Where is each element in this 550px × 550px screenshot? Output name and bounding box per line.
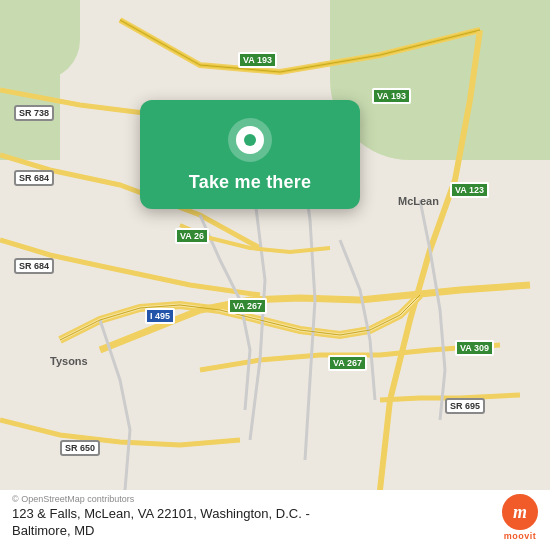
pin-inner-circle xyxy=(236,126,264,154)
shield-va267-1: VA 267 xyxy=(228,298,267,314)
address-text: 123 & Falls, McLean, VA 22101, Washingto… xyxy=(12,506,502,540)
copyright-text: © OpenStreetMap contributors xyxy=(12,494,502,504)
footer: © OpenStreetMap contributors 123 & Falls… xyxy=(0,490,550,549)
address-line1: 123 & Falls, McLean, VA 22101, Washingto… xyxy=(12,506,310,521)
shield-va309: VA 309 xyxy=(455,340,494,356)
shield-sr650: SR 650 xyxy=(60,440,100,456)
shield-va193-1: VA 193 xyxy=(238,52,277,68)
address-line2: Baltimore, MD xyxy=(12,523,94,538)
shield-sr738: SR 738 xyxy=(14,105,54,121)
map-container: SR 738 VA 193 VA 193 VA 123 SR 684 SR 68… xyxy=(0,0,550,490)
shield-sr684-1: SR 684 xyxy=(14,170,54,186)
pin-dot xyxy=(244,134,256,146)
take-me-there-button[interactable]: Take me there xyxy=(189,172,311,193)
shield-sr695: SR 695 xyxy=(445,398,485,414)
moovit-logo[interactable]: m moovit xyxy=(502,494,538,541)
footer-left: © OpenStreetMap contributors 123 & Falls… xyxy=(12,494,502,540)
shield-va193-2: VA 193 xyxy=(372,88,411,104)
pin-outer-circle xyxy=(228,118,272,162)
shield-va26: VA 26 xyxy=(175,228,209,244)
roads-overlay xyxy=(0,0,550,490)
tysons-label: Tysons xyxy=(50,355,88,367)
location-pin xyxy=(228,118,272,162)
moovit-icon: m xyxy=(502,494,538,530)
shield-i495: I 495 xyxy=(145,308,175,324)
moovit-text: moovit xyxy=(504,531,537,541)
shield-va267-2: VA 267 xyxy=(328,355,367,371)
footer-content: © OpenStreetMap contributors 123 & Falls… xyxy=(12,494,538,541)
shield-va123: VA 123 xyxy=(450,182,489,198)
mclean-label: McLean xyxy=(398,195,439,207)
location-popup: Take me there xyxy=(140,100,360,209)
shield-sr684-2: SR 684 xyxy=(14,258,54,274)
